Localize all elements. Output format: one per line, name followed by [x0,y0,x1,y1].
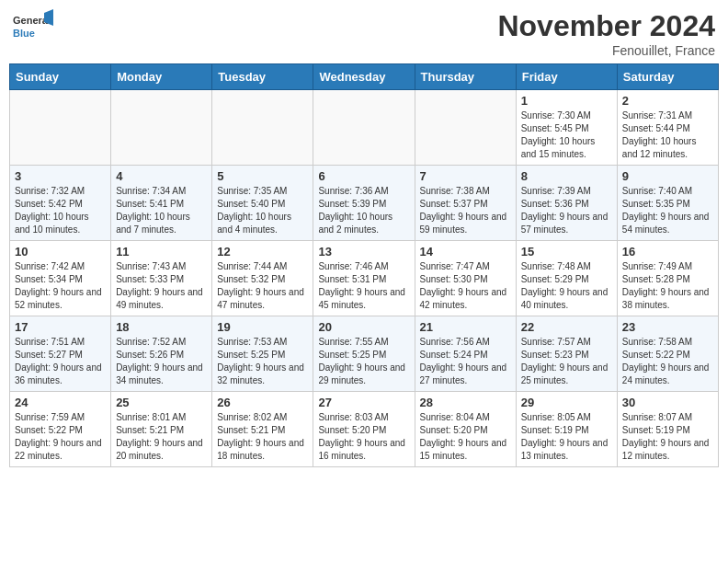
calendar-cell: 2Sunrise: 7:31 AMSunset: 5:44 PMDaylight… [617,90,718,166]
day-number: 18 [116,320,207,334]
calendar-cell: 19Sunrise: 7:53 AMSunset: 5:25 PMDayligh… [212,316,313,392]
day-info: Sunrise: 7:48 AMSunset: 5:29 PMDaylight:… [521,260,612,312]
calendar-cell: 28Sunrise: 8:04 AMSunset: 5:20 PMDayligh… [415,392,516,467]
day-info: Sunrise: 7:34 AMSunset: 5:41 PMDaylight:… [116,185,207,236]
day-info: Sunrise: 7:31 AMSunset: 5:44 PMDaylight:… [622,109,713,161]
calendar-week-row: 24Sunrise: 7:59 AMSunset: 5:22 PMDayligh… [10,392,719,467]
day-info: Sunrise: 7:58 AMSunset: 5:22 PMDaylight:… [622,336,713,387]
day-number: 23 [622,320,713,334]
day-number: 11 [116,245,207,259]
day-info: Sunrise: 7:36 AMSunset: 5:39 PMDaylight:… [318,185,409,236]
calendar-table: SundayMondayTuesdayWednesdayThursdayFrid… [9,63,719,467]
calendar-cell: 14Sunrise: 7:47 AMSunset: 5:30 PMDayligh… [415,241,516,316]
day-info: Sunrise: 7:38 AMSunset: 5:37 PMDaylight:… [420,185,511,236]
day-info: Sunrise: 7:55 AMSunset: 5:25 PMDaylight:… [318,336,409,387]
day-info: Sunrise: 8:04 AMSunset: 5:20 PMDaylight:… [420,411,511,463]
day-number: 16 [622,245,713,259]
calendar-cell: 17Sunrise: 7:51 AMSunset: 5:27 PMDayligh… [10,316,111,392]
calendar-cell: 4Sunrise: 7:34 AMSunset: 5:41 PMDaylight… [111,166,212,241]
calendar-header-row: SundayMondayTuesdayWednesdayThursdayFrid… [10,64,719,90]
day-number: 26 [217,396,308,409]
calendar-cell [212,90,313,166]
calendar-cell: 15Sunrise: 7:48 AMSunset: 5:29 PMDayligh… [516,241,617,316]
calendar-week-row: 1Sunrise: 7:30 AMSunset: 5:45 PMDaylight… [10,90,719,166]
calendar-cell: 13Sunrise: 7:46 AMSunset: 5:31 PMDayligh… [313,241,415,316]
day-info: Sunrise: 7:49 AMSunset: 5:28 PMDaylight:… [622,260,713,312]
calendar-cell: 30Sunrise: 8:07 AMSunset: 5:19 PMDayligh… [617,392,718,467]
day-info: Sunrise: 7:32 AMSunset: 5:42 PMDaylight:… [15,185,106,236]
day-number: 25 [116,396,207,409]
day-info: Sunrise: 8:03 AMSunset: 5:20 PMDaylight:… [318,411,409,463]
day-number: 24 [15,396,106,409]
weekday-header: Monday [111,64,212,90]
day-number: 13 [318,245,409,259]
day-number: 27 [318,396,409,409]
day-number: 20 [318,320,409,334]
logo: General Blue [13,9,53,50]
svg-text:Blue: Blue [13,28,35,39]
day-info: Sunrise: 7:42 AMSunset: 5:34 PMDaylight:… [15,260,106,312]
day-info: Sunrise: 7:43 AMSunset: 5:33 PMDaylight:… [116,260,207,312]
calendar-cell: 23Sunrise: 7:58 AMSunset: 5:22 PMDayligh… [617,316,718,392]
day-info: Sunrise: 7:52 AMSunset: 5:26 PMDaylight:… [116,336,207,387]
weekday-header: Saturday [617,64,718,90]
calendar-cell: 12Sunrise: 7:44 AMSunset: 5:32 PMDayligh… [212,241,313,316]
calendar-cell: 5Sunrise: 7:35 AMSunset: 5:40 PMDaylight… [212,166,313,241]
day-number: 10 [15,245,106,259]
calendar-cell: 24Sunrise: 7:59 AMSunset: 5:22 PMDayligh… [10,392,111,467]
day-number: 3 [15,169,106,183]
weekday-header: Friday [516,64,617,90]
day-number: 29 [521,396,612,409]
day-number: 1 [521,94,612,108]
calendar-cell: 1Sunrise: 7:30 AMSunset: 5:45 PMDaylight… [516,90,617,166]
logo-icon: General Blue [13,9,53,50]
calendar-cell: 8Sunrise: 7:39 AMSunset: 5:36 PMDaylight… [516,166,617,241]
day-info: Sunrise: 7:46 AMSunset: 5:31 PMDaylight:… [318,260,409,312]
day-info: Sunrise: 8:05 AMSunset: 5:19 PMDaylight:… [521,411,612,463]
day-number: 19 [217,320,308,334]
day-info: Sunrise: 7:53 AMSunset: 5:25 PMDaylight:… [217,336,308,387]
day-number: 14 [420,245,511,259]
calendar-cell: 27Sunrise: 8:03 AMSunset: 5:20 PMDayligh… [313,392,415,467]
day-number: 4 [116,169,207,183]
day-number: 21 [420,320,511,334]
calendar-cell: 9Sunrise: 7:40 AMSunset: 5:35 PMDaylight… [617,166,718,241]
calendar-cell: 10Sunrise: 7:42 AMSunset: 5:34 PMDayligh… [10,241,111,316]
day-info: Sunrise: 7:51 AMSunset: 5:27 PMDaylight:… [15,336,106,387]
calendar-week-row: 3Sunrise: 7:32 AMSunset: 5:42 PMDaylight… [10,166,719,241]
calendar-cell: 16Sunrise: 7:49 AMSunset: 5:28 PMDayligh… [617,241,718,316]
day-info: Sunrise: 7:44 AMSunset: 5:32 PMDaylight:… [217,260,308,312]
weekday-header: Sunday [10,64,111,90]
day-number: 28 [420,396,511,409]
logo: General Blue [13,9,53,50]
day-info: Sunrise: 7:56 AMSunset: 5:24 PMDaylight:… [420,336,511,387]
day-info: Sunrise: 7:40 AMSunset: 5:35 PMDaylight:… [622,185,713,236]
day-info: Sunrise: 7:30 AMSunset: 5:45 PMDaylight:… [521,109,612,161]
calendar-cell: 21Sunrise: 7:56 AMSunset: 5:24 PMDayligh… [415,316,516,392]
day-info: Sunrise: 7:39 AMSunset: 5:36 PMDaylight:… [521,185,612,236]
calendar-cell: 7Sunrise: 7:38 AMSunset: 5:37 PMDaylight… [415,166,516,241]
calendar-cell [313,90,415,166]
calendar-week-row: 17Sunrise: 7:51 AMSunset: 5:27 PMDayligh… [10,316,719,392]
weekday-header: Thursday [415,64,516,90]
day-number: 15 [521,245,612,259]
calendar-cell [415,90,516,166]
title-block: November 2024 Fenouillet, France [497,9,715,58]
day-info: Sunrise: 8:02 AMSunset: 5:21 PMDaylight:… [217,411,308,463]
day-number: 30 [622,396,713,409]
calendar-cell: 11Sunrise: 7:43 AMSunset: 5:33 PMDayligh… [111,241,212,316]
day-info: Sunrise: 7:35 AMSunset: 5:40 PMDaylight:… [217,185,308,236]
day-number: 9 [622,169,713,183]
day-number: 17 [15,320,106,334]
calendar-week-row: 10Sunrise: 7:42 AMSunset: 5:34 PMDayligh… [10,241,719,316]
calendar-cell: 18Sunrise: 7:52 AMSunset: 5:26 PMDayligh… [111,316,212,392]
calendar-cell: 3Sunrise: 7:32 AMSunset: 5:42 PMDaylight… [10,166,111,241]
day-number: 6 [318,169,409,183]
weekday-header: Wednesday [313,64,415,90]
day-info: Sunrise: 7:59 AMSunset: 5:22 PMDaylight:… [15,411,106,463]
calendar-cell [111,90,212,166]
day-number: 5 [217,169,308,183]
calendar-cell: 26Sunrise: 8:02 AMSunset: 5:21 PMDayligh… [212,392,313,467]
month-title: November 2024 [497,9,715,43]
calendar-cell [10,90,111,166]
